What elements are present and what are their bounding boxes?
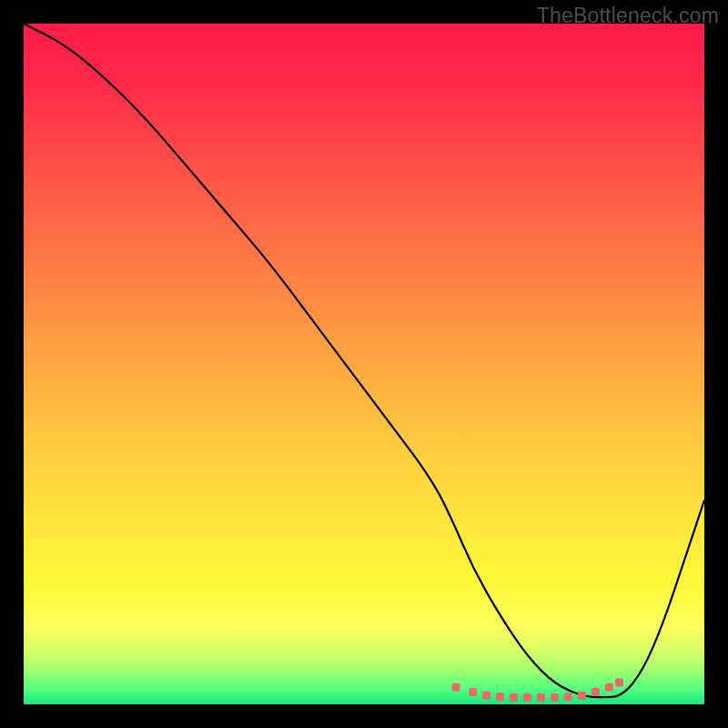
optimal-marker — [551, 693, 559, 702]
watermark-text: TheBottleneck.com — [537, 4, 719, 28]
bottleneck-curve — [24, 24, 704, 704]
optimal-marker — [578, 692, 586, 700]
optimal-marker — [592, 688, 600, 696]
optimal-marker — [605, 683, 613, 692]
optimal-marker — [482, 692, 490, 700]
optimal-marker — [523, 693, 531, 702]
optimal-marker — [510, 693, 518, 702]
optimal-marker — [469, 688, 477, 696]
optimal-marker — [496, 693, 504, 701]
optimal-marker — [537, 693, 545, 702]
chart-frame: TheBottleneck.com — [0, 0, 728, 728]
plot-area — [24, 24, 704, 704]
optimal-marker — [452, 683, 460, 692]
optimal-marker — [564, 693, 572, 701]
optimal-marker — [615, 679, 623, 687]
